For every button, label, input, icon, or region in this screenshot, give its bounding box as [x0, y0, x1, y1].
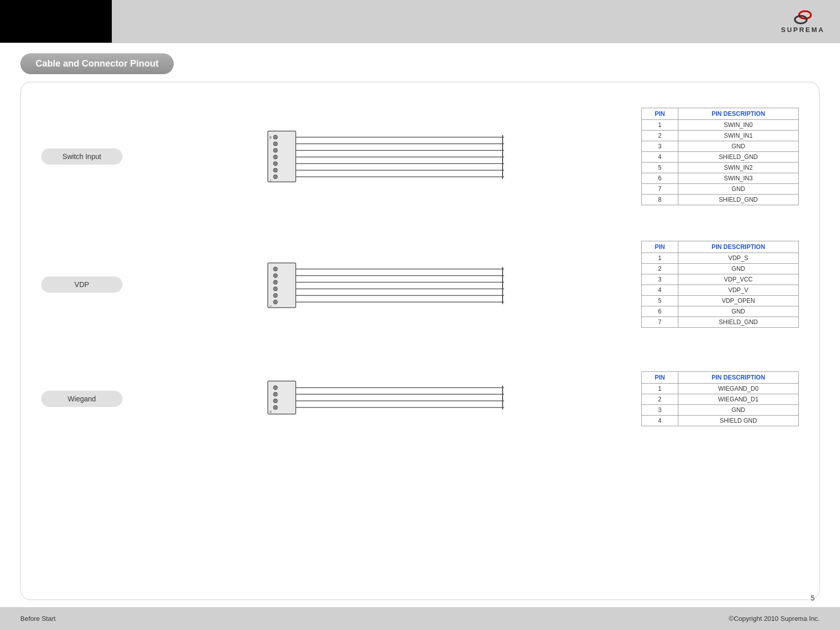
pin-description: SHIELD_GND — [678, 317, 798, 328]
pin-description: SHIELD GND — [678, 416, 798, 426]
pin-number: 2 — [642, 131, 678, 141]
svg-point-38 — [273, 399, 277, 403]
svg-text:8: 8 — [269, 135, 272, 140]
table-row: 3GND — [642, 141, 799, 152]
svg-point-5 — [273, 148, 277, 152]
svg-point-37 — [273, 392, 277, 396]
table-row: 5VDP_OPEN — [642, 296, 799, 306]
table-row: 1SWIN_IN0 — [642, 120, 799, 131]
table-row: 2SWIN_IN1 — [642, 131, 799, 141]
suprema-logo-icon — [790, 10, 816, 25]
table-row: 7SHIELD_GND — [642, 317, 799, 328]
svg-point-8 — [273, 168, 277, 172]
svg-point-4 — [273, 142, 277, 146]
svg-text:1: 1 — [269, 178, 272, 183]
pin-number: 5 — [642, 296, 678, 306]
table-row: 6SWIN_IN3 — [642, 173, 799, 184]
vdp-svg: 7 — [265, 249, 509, 320]
svg-point-24 — [273, 287, 277, 291]
logo-area: SUPREMA — [781, 10, 825, 34]
pin-number: 6 — [642, 173, 678, 184]
svg-text:7: 7 — [269, 304, 272, 308]
svg-point-7 — [273, 162, 277, 166]
pin-description: GND — [678, 405, 798, 416]
pin-number: 3 — [642, 405, 678, 416]
pin-number: 7 — [642, 317, 678, 328]
pin-number: 2 — [642, 264, 678, 274]
pin-description: SHIELD_GND — [678, 195, 798, 205]
pin-description: SWIN_IN0 — [678, 120, 798, 131]
wiegand-table-header-desc: PIN DESCRIPTION — [678, 372, 798, 384]
pin-number: 3 — [642, 141, 678, 152]
vdp-table-header-desc: PIN DESCRIPTION — [678, 241, 798, 253]
table-row: 2GND — [642, 264, 799, 274]
pin-number: 7 — [642, 184, 678, 195]
section-switch-input: Switch Input 1 8 — [41, 108, 799, 220]
footer-left: Before Start — [20, 615, 55, 622]
table-row: 3GND — [642, 405, 799, 416]
page-number: 5 — [811, 594, 815, 602]
svg-point-9 — [273, 175, 277, 179]
footer-right: ©Copyright 2010 Suprema Inc. — [729, 615, 820, 622]
wiegand-pin-table: PIN PIN DESCRIPTION 1WIEGAND_D02WIEGAND_… — [641, 371, 799, 426]
header-gray-panel: SUPREMA — [112, 0, 840, 43]
pin-description: GND — [678, 141, 798, 152]
pin-number: 6 — [642, 306, 678, 317]
pin-description: VDP_S — [678, 253, 798, 264]
switch-input-pin-table: PIN PIN DESCRIPTION 1SWIN_IN02SWIN_IN13G… — [641, 108, 799, 205]
pin-number: 4 — [642, 285, 678, 296]
footer: Before Start ©Copyright 2010 Suprema Inc… — [0, 607, 840, 630]
svg-point-21 — [273, 267, 277, 271]
svg-rect-2 — [268, 131, 296, 182]
pin-description: SWIN_IN3 — [678, 173, 798, 184]
table-row: 1VDP_S — [642, 253, 799, 264]
pin-description: SWIN_IN1 — [678, 131, 798, 141]
pin-number: 1 — [642, 253, 678, 264]
wiegand-label: Wiegand — [41, 391, 122, 407]
table-row: 2WIEGAND_D1 — [642, 394, 799, 405]
vdp-diagram: 7 — [143, 249, 631, 320]
table-header-pin: PIN — [642, 108, 678, 120]
pin-number: 4 — [642, 416, 678, 426]
switch-input-diagram: 1 8 — [143, 121, 631, 192]
pin-description: VDP_OPEN — [678, 296, 798, 306]
switch-input-svg: 1 8 — [265, 121, 509, 192]
svg-point-25 — [273, 293, 277, 297]
svg-point-3 — [273, 135, 277, 139]
table-row: 4VDP_V — [642, 285, 799, 296]
table-row: 6GND — [642, 306, 799, 317]
wiegand-diagram: 4 — [143, 363, 631, 434]
table-header-desc: PIN DESCRIPTION — [678, 108, 798, 120]
pin-description: VDP_VCC — [678, 274, 798, 285]
table-row: 4SHIELD GND — [642, 416, 799, 426]
table-row: 1WIEGAND_D0 — [642, 384, 799, 394]
page-title: Cable and Connector Pinout — [36, 58, 159, 69]
title-pill: Cable and Connector Pinout — [20, 53, 174, 74]
pin-description: SHIELD_GND — [678, 152, 798, 163]
switch-input-table: PIN PIN DESCRIPTION 1SWIN_IN02SWIN_IN13G… — [641, 108, 799, 205]
main-container: Switch Input 1 8 — [20, 82, 820, 600]
logo-text: SUPREMA — [781, 26, 825, 34]
pin-number: 3 — [642, 274, 678, 285]
header: SUPREMA — [0, 0, 840, 43]
vdp-label: VDP — [41, 276, 122, 293]
svg-rect-35 — [268, 381, 296, 414]
pin-description: GND — [678, 264, 798, 274]
svg-rect-20 — [268, 263, 296, 307]
table-row: 7GND — [642, 184, 799, 195]
pin-description: WIEGAND_D1 — [678, 394, 798, 405]
pin-description: WIEGAND_D0 — [678, 384, 798, 394]
svg-point-23 — [273, 280, 277, 284]
pin-number: 4 — [642, 152, 678, 163]
table-row: 3VDP_VCC — [642, 274, 799, 285]
vdp-pin-table: PIN PIN DESCRIPTION 1VDP_S2GND3VDP_VCC4V… — [641, 241, 799, 328]
vdp-table: PIN PIN DESCRIPTION 1VDP_S2GND3VDP_VCC4V… — [641, 241, 799, 328]
pin-number: 1 — [642, 120, 678, 131]
svg-text:4: 4 — [269, 410, 272, 414]
section-vdp: VDP 7 — [41, 241, 799, 343]
switch-input-label: Switch Input — [41, 148, 122, 165]
svg-point-39 — [273, 405, 277, 410]
pin-number: 8 — [642, 195, 678, 205]
pin-number: 5 — [642, 163, 678, 173]
pin-description: GND — [678, 184, 798, 195]
